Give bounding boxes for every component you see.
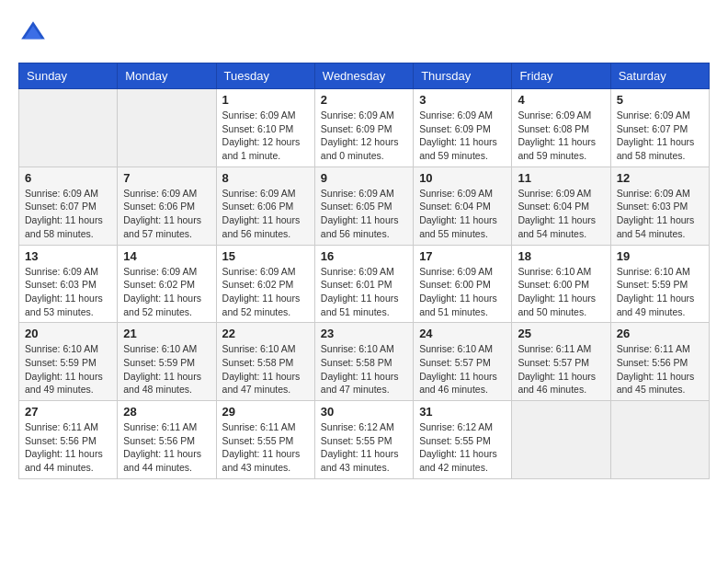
day-info: Sunrise: 6:10 AM Sunset: 5:59 PM Dayligh… — [123, 342, 210, 396]
calendar-cell: 31Sunrise: 6:12 AM Sunset: 5:55 PM Dayli… — [414, 401, 512, 479]
day-info: Sunrise: 6:09 AM Sunset: 6:06 PM Dayligh… — [222, 187, 309, 241]
calendar-cell: 28Sunrise: 6:11 AM Sunset: 5:56 PM Dayli… — [118, 401, 216, 479]
page-header — [18, 18, 710, 48]
calendar-cell: 15Sunrise: 6:09 AM Sunset: 6:02 PM Dayli… — [216, 245, 314, 323]
calendar-cell: 24Sunrise: 6:10 AM Sunset: 5:57 PM Dayli… — [414, 323, 512, 401]
day-number: 8 — [222, 171, 309, 185]
calendar-cell: 18Sunrise: 6:10 AM Sunset: 6:00 PM Dayli… — [512, 245, 610, 323]
calendar-body: 1Sunrise: 6:09 AM Sunset: 6:10 PM Daylig… — [19, 89, 710, 479]
day-number: 6 — [25, 171, 111, 185]
day-info: Sunrise: 6:12 AM Sunset: 5:55 PM Dayligh… — [419, 420, 506, 475]
day-number: 5 — [617, 93, 703, 107]
day-number: 26 — [617, 327, 703, 340]
day-info: Sunrise: 6:09 AM Sunset: 6:09 PM Dayligh… — [321, 109, 407, 163]
day-info: Sunrise: 6:09 AM Sunset: 6:10 PM Dayligh… — [222, 109, 309, 163]
day-number: 23 — [321, 327, 407, 340]
calendar-week: 13Sunrise: 6:09 AM Sunset: 6:03 PM Dayli… — [19, 245, 710, 323]
calendar-cell: 26Sunrise: 6:11 AM Sunset: 5:56 PM Dayli… — [610, 323, 709, 401]
calendar-cell: 21Sunrise: 6:10 AM Sunset: 5:59 PM Dayli… — [118, 323, 216, 401]
day-number: 15 — [222, 249, 309, 263]
calendar-week: 1Sunrise: 6:09 AM Sunset: 6:10 PM Daylig… — [19, 89, 710, 167]
day-number: 21 — [123, 327, 210, 340]
calendar-cell: 6Sunrise: 6:09 AM Sunset: 6:07 PM Daylig… — [19, 167, 118, 245]
day-number: 13 — [25, 249, 111, 263]
day-number: 9 — [321, 171, 407, 185]
day-number: 14 — [123, 249, 210, 263]
day-info: Sunrise: 6:09 AM Sunset: 6:04 PM Dayligh… — [518, 187, 604, 241]
day-number: 3 — [419, 93, 506, 107]
calendar-cell: 1Sunrise: 6:09 AM Sunset: 6:10 PM Daylig… — [216, 89, 314, 167]
calendar-cell: 3Sunrise: 6:09 AM Sunset: 6:09 PM Daylig… — [414, 89, 512, 167]
calendar-cell: 23Sunrise: 6:10 AM Sunset: 5:58 PM Dayli… — [314, 323, 413, 401]
logo — [18, 18, 51, 48]
calendar-cell: 30Sunrise: 6:12 AM Sunset: 5:55 PM Dayli… — [314, 401, 413, 479]
weekday-header: Saturday — [610, 63, 709, 89]
calendar-cell — [610, 401, 709, 479]
calendar-cell: 9Sunrise: 6:09 AM Sunset: 6:05 PM Daylig… — [314, 167, 413, 245]
day-info: Sunrise: 6:10 AM Sunset: 6:00 PM Dayligh… — [518, 265, 604, 319]
day-number: 1 — [222, 93, 309, 107]
calendar-cell — [19, 89, 118, 167]
day-info: Sunrise: 6:09 AM Sunset: 6:03 PM Dayligh… — [617, 187, 703, 241]
day-info: Sunrise: 6:09 AM Sunset: 6:04 PM Dayligh… — [419, 187, 506, 241]
day-number: 17 — [419, 249, 506, 263]
calendar-week: 27Sunrise: 6:11 AM Sunset: 5:56 PM Dayli… — [19, 401, 710, 479]
day-info: Sunrise: 6:09 AM Sunset: 6:06 PM Dayligh… — [123, 187, 210, 241]
day-number: 27 — [25, 405, 111, 419]
day-info: Sunrise: 6:10 AM Sunset: 5:59 PM Dayligh… — [617, 265, 703, 319]
day-number: 16 — [321, 249, 407, 263]
day-info: Sunrise: 6:09 AM Sunset: 6:01 PM Dayligh… — [321, 265, 407, 319]
calendar-cell: 20Sunrise: 6:10 AM Sunset: 5:59 PM Dayli… — [19, 323, 118, 401]
day-info: Sunrise: 6:11 AM Sunset: 5:56 PM Dayligh… — [617, 342, 703, 396]
calendar-cell: 7Sunrise: 6:09 AM Sunset: 6:06 PM Daylig… — [118, 167, 216, 245]
calendar-cell: 14Sunrise: 6:09 AM Sunset: 6:02 PM Dayli… — [118, 245, 216, 323]
calendar-week: 6Sunrise: 6:09 AM Sunset: 6:07 PM Daylig… — [19, 167, 710, 245]
weekday-row: SundayMondayTuesdayWednesdayThursdayFrid… — [19, 63, 710, 89]
day-number: 28 — [123, 405, 210, 419]
day-info: Sunrise: 6:10 AM Sunset: 5:58 PM Dayligh… — [222, 342, 309, 396]
day-number: 20 — [25, 327, 111, 340]
day-info: Sunrise: 6:09 AM Sunset: 6:05 PM Dayligh… — [321, 187, 407, 241]
calendar-cell: 12Sunrise: 6:09 AM Sunset: 6:03 PM Dayli… — [610, 167, 709, 245]
day-info: Sunrise: 6:09 AM Sunset: 6:09 PM Dayligh… — [419, 109, 506, 163]
day-number: 11 — [518, 171, 604, 185]
calendar-cell: 16Sunrise: 6:09 AM Sunset: 6:01 PM Dayli… — [314, 245, 413, 323]
day-info: Sunrise: 6:09 AM Sunset: 6:07 PM Dayligh… — [617, 109, 703, 163]
weekday-header: Tuesday — [216, 63, 314, 89]
calendar-cell: 19Sunrise: 6:10 AM Sunset: 5:59 PM Dayli… — [610, 245, 709, 323]
day-number: 30 — [321, 405, 407, 419]
calendar-cell: 25Sunrise: 6:11 AM Sunset: 5:57 PM Dayli… — [512, 323, 610, 401]
day-number: 19 — [617, 249, 703, 263]
calendar-cell: 17Sunrise: 6:09 AM Sunset: 6:00 PM Dayli… — [414, 245, 512, 323]
day-info: Sunrise: 6:10 AM Sunset: 5:59 PM Dayligh… — [25, 342, 111, 396]
calendar-header: SundayMondayTuesdayWednesdayThursdayFrid… — [19, 63, 710, 89]
calendar-cell: 22Sunrise: 6:10 AM Sunset: 5:58 PM Dayli… — [216, 323, 314, 401]
calendar-cell: 10Sunrise: 6:09 AM Sunset: 6:04 PM Dayli… — [414, 167, 512, 245]
weekday-header: Friday — [512, 63, 610, 89]
calendar-cell: 29Sunrise: 6:11 AM Sunset: 5:55 PM Dayli… — [216, 401, 314, 479]
day-info: Sunrise: 6:09 AM Sunset: 6:07 PM Dayligh… — [25, 187, 111, 241]
weekday-header: Sunday — [19, 63, 118, 89]
day-number: 29 — [222, 405, 309, 419]
day-number: 25 — [518, 327, 604, 340]
day-info: Sunrise: 6:09 AM Sunset: 6:08 PM Dayligh… — [518, 109, 604, 163]
day-number: 12 — [617, 171, 703, 185]
calendar-cell: 8Sunrise: 6:09 AM Sunset: 6:06 PM Daylig… — [216, 167, 314, 245]
day-number: 24 — [419, 327, 506, 340]
day-info: Sunrise: 6:10 AM Sunset: 5:58 PM Dayligh… — [321, 342, 407, 396]
day-number: 2 — [321, 93, 407, 107]
calendar-cell — [512, 401, 610, 479]
day-number: 10 — [419, 171, 506, 185]
calendar-cell: 2Sunrise: 6:09 AM Sunset: 6:09 PM Daylig… — [314, 89, 413, 167]
day-number: 7 — [123, 171, 210, 185]
calendar-cell: 27Sunrise: 6:11 AM Sunset: 5:56 PM Dayli… — [19, 401, 118, 479]
day-info: Sunrise: 6:09 AM Sunset: 6:02 PM Dayligh… — [123, 265, 210, 319]
weekday-header: Wednesday — [314, 63, 413, 89]
day-info: Sunrise: 6:09 AM Sunset: 6:03 PM Dayligh… — [25, 265, 111, 319]
calendar-cell: 4Sunrise: 6:09 AM Sunset: 6:08 PM Daylig… — [512, 89, 610, 167]
day-number: 31 — [419, 405, 506, 419]
day-info: Sunrise: 6:11 AM Sunset: 5:56 PM Dayligh… — [123, 420, 210, 475]
calendar-cell — [118, 89, 216, 167]
weekday-header: Thursday — [414, 63, 512, 89]
day-info: Sunrise: 6:11 AM Sunset: 5:55 PM Dayligh… — [222, 420, 309, 475]
